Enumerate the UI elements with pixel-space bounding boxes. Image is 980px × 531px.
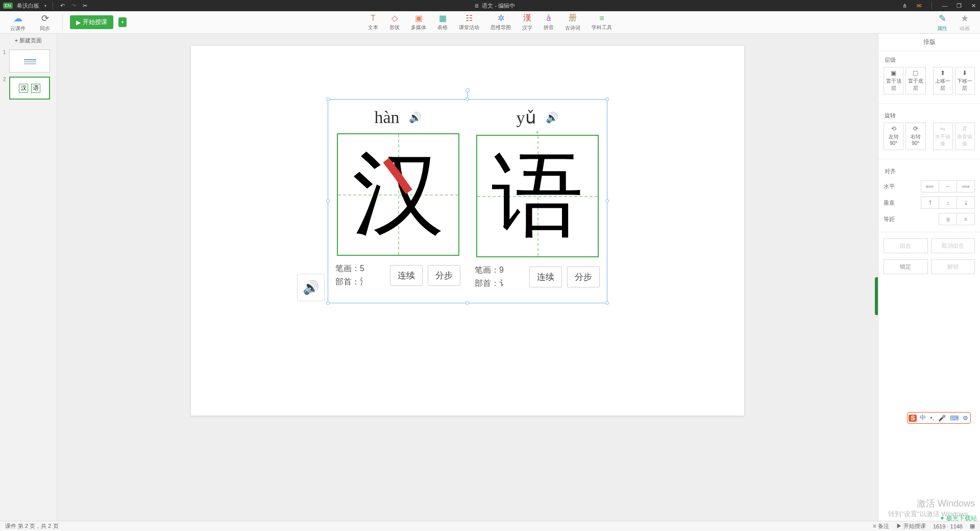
tool-shape[interactable]: ◇形状	[384, 12, 405, 32]
align-center-h-button[interactable]: ↔	[939, 180, 957, 192]
side-tab-handle[interactable]	[875, 277, 878, 315]
cut-icon[interactable]: ✂	[82, 3, 89, 9]
align-left-button[interactable]: ⟸	[921, 180, 939, 192]
rotation-handle[interactable]	[465, 88, 470, 92]
slide-thumbnail-2[interactable]: 汉 语	[9, 77, 50, 100]
pinyin-audio-button[interactable]: 🔊	[409, 111, 422, 124]
start-teaching-button[interactable]: ▶ 开始授课	[70, 15, 113, 29]
sync-button[interactable]: ⟳ 同步	[35, 12, 55, 33]
share-icon[interactable]: ⋔	[901, 3, 908, 9]
tool-table[interactable]: ▦表格	[432, 12, 453, 32]
slide-number: 1	[3, 50, 7, 55]
bring-to-front-button[interactable]: ▣置于顶层	[884, 67, 903, 94]
flip-horizontal-button[interactable]: ⇋水平镜像	[933, 123, 953, 150]
redo-icon[interactable]: ↷	[70, 3, 78, 9]
group-button[interactable]: 组合	[884, 238, 928, 253]
resize-handle[interactable]	[326, 199, 330, 203]
tool-media[interactable]: ▣多媒体	[406, 12, 431, 32]
mail-icon[interactable]: ✉	[915, 3, 922, 9]
rotate-left-icon: ⟲	[891, 125, 896, 132]
tool-pinyin[interactable]: ā拼音	[538, 13, 559, 32]
align-top-button[interactable]: ⤒	[921, 197, 939, 209]
send-to-back-button[interactable]: ▢置于底层	[905, 67, 925, 94]
align-right-button[interactable]: ⟹	[957, 180, 975, 192]
close-icon[interactable]: ✕	[970, 3, 977, 9]
ime-logo-icon[interactable]: S	[909, 415, 917, 422]
cloud-lesson-button[interactable]: ☁ 云课件	[5, 12, 31, 33]
slide-canvas[interactable]: 🔊	[191, 46, 744, 416]
slide-number: 2	[3, 77, 7, 82]
layout-tab-label[interactable]: 排版	[878, 34, 980, 51]
lang-badge[interactable]: EN	[3, 3, 13, 9]
big-audio-button[interactable]: 🔊	[297, 274, 325, 301]
resize-handle[interactable]	[605, 98, 609, 101]
resize-handle[interactable]	[605, 301, 609, 305]
tool-poem[interactable]: 册古诗词	[560, 12, 585, 33]
ungroup-button[interactable]: 取消组合	[931, 238, 975, 253]
resize-handle[interactable]	[326, 98, 330, 101]
animation-label: 动画	[960, 25, 970, 32]
activity-icon: ☷	[465, 13, 473, 23]
resize-handle[interactable]	[465, 301, 469, 305]
new-page-button[interactable]: + 新建页面	[0, 34, 57, 47]
rotate-right-button[interactable]: ⟳右转 90°	[905, 123, 925, 150]
notes-button[interactable]: ≡ 备注	[873, 522, 889, 530]
ime-keyboard-icon[interactable]: ⌨	[949, 415, 960, 422]
align-section-title: 对齐	[878, 162, 980, 178]
canvas-area[interactable]: 🔊	[57, 34, 878, 521]
lock-button[interactable]: 锁定	[884, 259, 928, 274]
document-title: 语文 - 编辑中	[482, 2, 515, 10]
resize-handle[interactable]	[605, 199, 609, 203]
animation-tab[interactable]: ★ 动画	[954, 12, 975, 33]
align-bottom-button[interactable]: ⤓	[957, 197, 975, 209]
flip-vertical-button[interactable]: ⇵垂直镜像	[955, 123, 975, 150]
document-icon: 🗎	[474, 3, 480, 9]
send-backward-button[interactable]: ⬇下移一层	[955, 67, 975, 94]
resize-handle[interactable]	[326, 301, 330, 305]
char-box-2[interactable]: 语	[476, 135, 599, 257]
step-button[interactable]: 分步	[428, 265, 460, 286]
char-column-2: yǔ 🔊 ▾ 语 笔画：9	[468, 100, 607, 303]
minimize-icon[interactable]: —	[941, 3, 948, 9]
rotate-left-button[interactable]: ⟲左转 90°	[884, 123, 903, 150]
properties-tab[interactable]: ✎ 属性	[932, 12, 952, 33]
cloud-icon: ☁	[13, 13, 22, 24]
ime-punct-button[interactable]: •,	[929, 415, 935, 422]
tool-activity[interactable]: ☷课堂活动	[454, 12, 484, 32]
continuous-button[interactable]: 连续	[390, 265, 423, 286]
tool-subject[interactable]: ≡学科工具	[586, 13, 617, 32]
char-box-1[interactable]: 汉 丶	[337, 133, 459, 256]
tool-mindmap[interactable]: ✲思维导图	[485, 12, 516, 32]
align-middle-button[interactable]: ↕	[939, 197, 957, 209]
distribute-h-button[interactable]: ⫼	[939, 213, 957, 225]
hanzi-widget-selection[interactable]: hàn 🔊 汉 丶 笔画：5	[328, 99, 607, 303]
sync-label: 同步	[40, 25, 50, 32]
ime-lang-button[interactable]: 中	[919, 414, 927, 422]
continuous-button[interactable]: 连续	[529, 267, 562, 287]
undo-icon[interactable]: ↶	[59, 3, 66, 9]
ime-toolbar[interactable]: S 中 •, 🎤 ⌨ ⚙	[907, 412, 971, 424]
ime-voice-button[interactable]: 🎤	[937, 415, 947, 422]
pinyin-audio-button[interactable]: 🔊	[546, 111, 558, 124]
tool-table-label: 表格	[437, 24, 448, 31]
align-horizontal-label: 水平	[884, 183, 904, 190]
start-teaching-status-button[interactable]: ▶ 开始授课	[896, 522, 926, 530]
rotate-right-icon: ⟳	[913, 125, 918, 132]
tool-text[interactable]: T文本	[363, 13, 383, 32]
unlock-button[interactable]: 解锁	[931, 259, 975, 274]
ime-settings-button[interactable]: ⚙	[962, 415, 969, 422]
resize-handle[interactable]	[465, 98, 469, 101]
step-button[interactable]: 分步	[567, 267, 600, 287]
tool-hanzi[interactable]: 漢汉字	[517, 12, 537, 33]
notes-label: 备注	[878, 523, 889, 529]
highlighted-stroke: 丶	[357, 125, 449, 249]
app-name-dropdown-icon[interactable]: ▾	[44, 4, 46, 8]
tool-pinyin-label: 拼音	[544, 24, 554, 31]
bring-forward-button[interactable]: ⬆上移一层	[933, 67, 953, 94]
maximize-icon[interactable]: ❐	[955, 3, 963, 9]
app-name[interactable]: 希沃白板	[17, 2, 39, 10]
distribute-v-button[interactable]: ≡	[957, 213, 975, 225]
start-teaching-dropdown[interactable]: ▾	[118, 17, 127, 27]
view-grid-icon[interactable]: ▦	[970, 523, 975, 529]
slide-thumbnail-1[interactable]	[9, 50, 50, 73]
